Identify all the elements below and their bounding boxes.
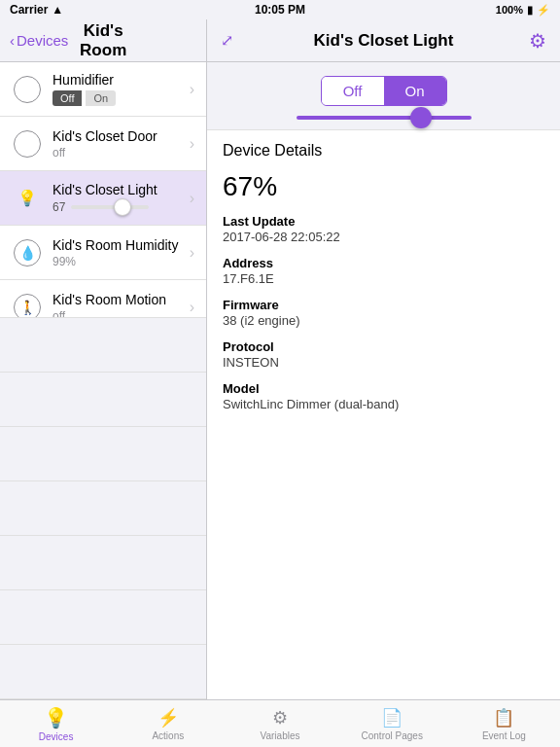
right-nav-header: ⤢ Kid's Closet Light ⚙ bbox=[207, 19, 560, 62]
status-bar: Carrier ▲ 10:05 PM 100% ▮ ⚡ bbox=[0, 0, 560, 19]
detail-label-model: Model bbox=[223, 381, 544, 396]
gear-icon[interactable]: ⚙ bbox=[529, 29, 546, 53]
closet-door-chevron-icon: › bbox=[190, 135, 194, 153]
closet-door-icon-container bbox=[12, 128, 43, 160]
detail-row-firmware: Firmware 38 (i2 engine) bbox=[223, 298, 544, 328]
tab-bar: 💡 Devices ⚡ Actions ⚙ Variables 📄 Contro… bbox=[0, 699, 560, 747]
main-content: ‹ Devices Kid's Room Humidifier Off bbox=[0, 19, 560, 699]
room-motion-status: off bbox=[52, 309, 190, 318]
tab-actions[interactable]: ⚡ Actions bbox=[112, 700, 224, 747]
devices-tab-label: Devices bbox=[39, 731, 74, 742]
room-humidity-name: Kid's Room Humidity bbox=[52, 237, 190, 253]
device-item-humidifier[interactable]: Humidifier Off On › bbox=[0, 62, 206, 117]
detail-row-address: Address 17.F6.1E bbox=[223, 256, 544, 286]
devices-tab-icon: 💡 bbox=[44, 706, 68, 729]
expand-container: ⤢ bbox=[221, 31, 250, 50]
empty-rows bbox=[0, 317, 206, 699]
closet-light-chevron-icon: › bbox=[190, 190, 194, 207]
back-label: Devices bbox=[17, 32, 68, 49]
right-panel-title: Kid's Closet Light bbox=[250, 31, 517, 51]
status-bar-time: 10:05 PM bbox=[255, 3, 305, 17]
brightness-slider[interactable] bbox=[297, 116, 472, 120]
event-log-tab-icon: 📋 bbox=[493, 707, 514, 729]
empty-row-4 bbox=[0, 481, 206, 536]
battery-label: 100% bbox=[496, 4, 523, 16]
room-humidity-info: Kid's Room Humidity 99% bbox=[52, 237, 190, 268]
right-panel: ⤢ Kid's Closet Light ⚙ Off On Device bbox=[207, 19, 560, 699]
device-item-room-humidity[interactable]: 💧 Kid's Room Humidity 99% › bbox=[0, 226, 206, 280]
variables-tab-icon: ⚙ bbox=[272, 707, 288, 729]
closet-light-slider-thumb bbox=[114, 198, 131, 216]
brightness-thumb[interactable] bbox=[410, 107, 432, 128]
humidifier-icon bbox=[14, 76, 41, 103]
variables-tab-label: Variables bbox=[261, 730, 300, 741]
tab-variables[interactable]: ⚙ Variables bbox=[224, 700, 335, 747]
empty-row-7 bbox=[0, 645, 206, 699]
room-motion-name: Kid's Room Motion bbox=[52, 292, 190, 307]
detail-value-protocol: INSTEON bbox=[223, 355, 544, 370]
wifi-icon: ▲ bbox=[52, 3, 63, 17]
room-motion-icon: 🚶 bbox=[14, 294, 41, 318]
closet-light-value: 67 bbox=[52, 200, 65, 214]
left-panel-title: Kid's Room bbox=[68, 21, 138, 60]
empty-row-6 bbox=[0, 590, 206, 645]
empty-row-2 bbox=[0, 373, 206, 427]
humidifier-name: Humidifier bbox=[52, 72, 190, 88]
status-bar-right: 100% ▮ ⚡ bbox=[496, 4, 550, 17]
humidifier-chevron-icon: › bbox=[190, 81, 194, 98]
gear-container: ⚙ bbox=[517, 29, 546, 53]
toggle-on-option[interactable]: On bbox=[384, 77, 446, 105]
room-humidity-icon: 💧 bbox=[14, 239, 41, 267]
empty-row-3 bbox=[0, 427, 206, 481]
carrier-label: Carrier bbox=[10, 3, 48, 17]
humidifier-on-label: On bbox=[86, 90, 116, 106]
closet-light-mini-slider bbox=[71, 205, 149, 209]
back-button[interactable]: ‹ Devices bbox=[10, 32, 68, 49]
device-details-section: Device Details 67% Last Update 2017-06-2… bbox=[207, 129, 560, 699]
back-chevron-icon: ‹ bbox=[10, 32, 15, 49]
tab-event-log[interactable]: 📋 Event Log bbox=[448, 700, 560, 747]
detail-label-last-update: Last Update bbox=[223, 214, 544, 229]
toggle-container: Off On bbox=[207, 62, 560, 129]
actions-tab-label: Actions bbox=[152, 730, 184, 741]
device-list: Humidifier Off On › Kid's Closet Door bbox=[0, 62, 206, 317]
detail-label-protocol: Protocol bbox=[223, 339, 544, 354]
closet-light-info: Kid's Closet Light 67 bbox=[52, 182, 190, 214]
room-motion-icon-container: 🚶 bbox=[12, 292, 43, 318]
detail-row-model: Model SwitchLinc Dimmer (dual-band) bbox=[223, 381, 544, 411]
humidifier-off-label: Off bbox=[52, 90, 82, 106]
actions-tab-icon: ⚡ bbox=[158, 707, 179, 729]
battery-icon: ▮ bbox=[527, 4, 533, 17]
room-humidity-chevron-icon: › bbox=[190, 244, 194, 262]
app-container: ‹ Devices Kid's Room Humidifier Off bbox=[0, 19, 560, 747]
charging-icon: ⚡ bbox=[537, 4, 550, 17]
closet-door-icon bbox=[14, 130, 41, 158]
empty-row-1 bbox=[0, 318, 206, 373]
brightness-display: 67% bbox=[223, 171, 544, 202]
device-item-closet-door[interactable]: Kid's Closet Door off › bbox=[0, 117, 206, 171]
detail-value-last-update: 2017-06-28 22:05:22 bbox=[223, 230, 544, 244]
tab-control-pages[interactable]: 📄 Control Pages bbox=[336, 700, 448, 747]
toggle-off-option[interactable]: Off bbox=[322, 77, 384, 105]
room-humidity-status: 99% bbox=[52, 255, 190, 268]
closet-light-name: Kid's Closet Light bbox=[52, 182, 190, 197]
toggle-switch[interactable]: Off On bbox=[321, 76, 447, 106]
detail-label-firmware: Firmware bbox=[223, 298, 544, 312]
closet-door-name: Kid's Closet Door bbox=[52, 128, 190, 144]
humidifier-info: Humidifier Off On bbox=[52, 72, 190, 106]
closet-door-status: off bbox=[52, 146, 190, 160]
detail-label-address: Address bbox=[223, 256, 544, 270]
room-motion-chevron-icon: › bbox=[190, 299, 194, 316]
device-item-closet-light[interactable]: 💡 Kid's Closet Light 67 › bbox=[0, 171, 206, 226]
tab-devices[interactable]: 💡 Devices bbox=[0, 700, 112, 747]
detail-row-protocol: Protocol INSTEON bbox=[223, 339, 544, 370]
humidifier-icon-container bbox=[12, 74, 43, 105]
closet-light-bulb-icon: 💡 bbox=[18, 189, 37, 207]
closet-light-slider-row: 67 bbox=[52, 200, 190, 214]
device-item-room-motion[interactable]: 🚶 Kid's Room Motion off › bbox=[0, 280, 206, 317]
expand-icon[interactable]: ⤢ bbox=[221, 31, 233, 50]
detail-value-model: SwitchLinc Dimmer (dual-band) bbox=[223, 397, 544, 411]
event-log-tab-label: Event Log bbox=[482, 730, 526, 741]
room-motion-info: Kid's Room Motion off bbox=[52, 292, 190, 318]
device-details-header: Device Details bbox=[223, 142, 544, 160]
